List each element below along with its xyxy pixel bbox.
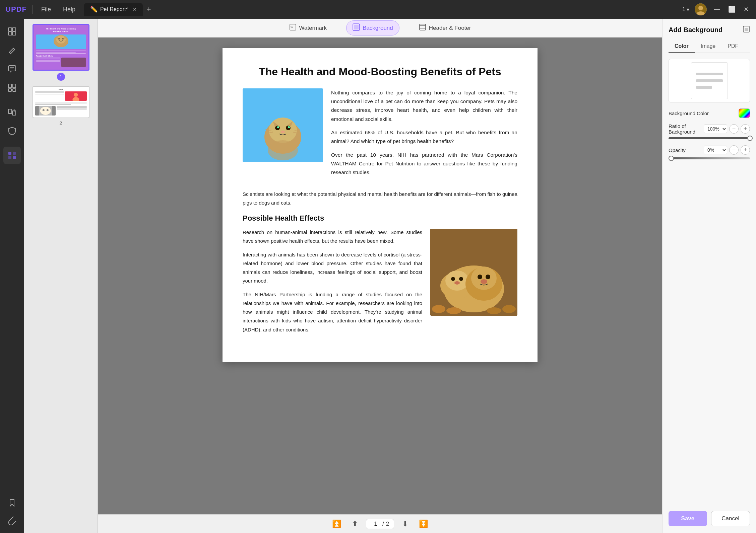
svg-rect-14	[8, 109, 12, 113]
background-label: Background	[363, 25, 393, 31]
section1-para-2: Interacting with animals has been shown …	[243, 250, 422, 286]
svg-point-72	[487, 307, 501, 314]
next-page-button[interactable]: ⬇	[399, 518, 411, 530]
watermark-button[interactable]: W Watermark	[283, 21, 333, 35]
ratio-row: Ratio of Background 100% 75% 50% 25% − +	[669, 123, 750, 139]
page-input-wrap: / 2	[366, 519, 394, 529]
health-effects-section: Possible Health Effects Research on huma…	[243, 214, 517, 339]
page-nav-badge[interactable]: 1 ▾	[682, 6, 689, 13]
close-button[interactable]: ✕	[742, 5, 751, 14]
header-footer-label: Header & Footer	[429, 25, 471, 31]
protect-icon	[7, 126, 17, 136]
page-number-input[interactable]	[371, 521, 380, 527]
svg-point-70	[432, 305, 445, 313]
background-color-row: Background Color	[669, 108, 750, 118]
sidebar-icon-comment[interactable]	[3, 60, 21, 78]
ratio-controls: 100% 75% 50% 25% − +	[704, 124, 750, 134]
view-icon	[7, 27, 17, 36]
watermark-icon: W	[289, 23, 297, 32]
svg-point-1	[698, 6, 703, 10]
opacity-header: Opacity 0% 25% 50% 75% 100% − +	[669, 145, 750, 155]
background-button[interactable]: Background	[346, 20, 399, 35]
ratio-increase-button[interactable]: +	[741, 124, 750, 134]
thumbnail-image-2: People	[33, 86, 89, 118]
svg-rect-4	[12, 28, 16, 31]
thumb-num-1: 1	[57, 73, 65, 81]
thumb-num-2: 2	[59, 120, 62, 126]
sidebar-icon-annotate[interactable]	[3, 42, 21, 59]
background-svg	[353, 23, 360, 31]
document-intro-text: Nothing compares to the joy of coming ho…	[331, 88, 517, 182]
cat-svg	[243, 88, 323, 162]
cancel-button[interactable]: Cancel	[711, 511, 750, 526]
maximize-button[interactable]: ⬜	[726, 5, 738, 14]
avatar-image	[695, 3, 707, 15]
window-controls: — ⬜ ✕	[712, 5, 751, 14]
document-title: The Health and Mood-Boosting Benefits of…	[243, 65, 517, 79]
tab-close-icon[interactable]: ✕	[133, 7, 137, 12]
sidebar-icon-tools[interactable]	[3, 147, 21, 164]
svg-point-61	[459, 277, 463, 281]
svg-point-69	[481, 279, 487, 284]
color-swatch[interactable]	[739, 108, 750, 118]
panel-options-icon[interactable]	[743, 25, 750, 34]
ratio-select[interactable]: 100% 75% 50% 25%	[704, 125, 727, 133]
opacity-select[interactable]: 0% 25% 50% 75% 100%	[704, 146, 727, 154]
bookmark-icon	[7, 498, 17, 508]
svg-point-22	[56, 35, 66, 44]
opacity-slider-thumb[interactable]	[669, 156, 674, 161]
opacity-increase-button[interactable]: +	[741, 145, 750, 155]
section1-para-3: The NIH/Mars Partnership is funding a ra…	[243, 290, 422, 334]
svg-rect-10	[8, 84, 11, 88]
sidebar-icon-protect[interactable]	[3, 122, 21, 140]
minimize-button[interactable]: —	[712, 5, 722, 14]
first-page-button[interactable]: ⏫	[329, 518, 344, 530]
svg-rect-38	[420, 24, 426, 30]
svg-point-71	[446, 307, 461, 314]
ratio-decrease-button[interactable]: −	[729, 124, 739, 134]
watermark-svg: W	[289, 23, 297, 31]
sidebar-icon-view[interactable]	[3, 23, 21, 40]
tab-image[interactable]: Image	[695, 41, 721, 53]
ratio-slider-thumb[interactable]	[747, 136, 753, 141]
svg-point-59	[445, 271, 469, 291]
opacity-decrease-button[interactable]: −	[729, 145, 739, 155]
color-preview-inner	[691, 62, 728, 99]
svg-point-62	[454, 281, 460, 285]
tab-color[interactable]: Color	[669, 41, 695, 53]
page-number: 1	[682, 6, 685, 12]
sidebar-icon-attach[interactable]	[3, 512, 21, 529]
opacity-row: Opacity 0% 25% 50% 75% 100% − +	[669, 145, 750, 159]
tab-pdf[interactable]: PDF	[721, 41, 744, 53]
intro-para-2: An estimated 68% of U.S. households have…	[331, 128, 517, 146]
titlebar-right: 1 ▾ — ⬜ ✕	[682, 3, 751, 15]
dog-cat-image	[430, 229, 517, 316]
ratio-slider-track[interactable]	[669, 137, 750, 139]
color-preview-area	[669, 59, 750, 102]
user-avatar[interactable]	[695, 3, 707, 15]
document-tab[interactable]: ✏️ Pet Report* ✕	[84, 3, 143, 16]
new-tab-button[interactable]: +	[144, 4, 154, 15]
intro-para-1: Nothing compares to the joy of coming ho…	[331, 88, 517, 124]
file-menu[interactable]: File	[38, 5, 54, 14]
save-button[interactable]: Save	[669, 511, 707, 526]
svg-point-46	[277, 126, 279, 128]
center-area: W Watermark Background Header & Footer T…	[98, 19, 662, 533]
svg-rect-7	[8, 66, 16, 71]
svg-text:W: W	[291, 26, 293, 29]
sidebar-icon-convert[interactable]	[3, 103, 21, 121]
sidebar-icon-bookmark[interactable]	[3, 494, 21, 512]
last-page-button[interactable]: ⏬	[416, 518, 431, 530]
prev-page-button[interactable]: ⬆	[349, 518, 361, 530]
svg-point-55	[268, 140, 298, 160]
svg-rect-5	[8, 32, 12, 35]
svg-rect-19	[13, 156, 16, 159]
header-footer-button[interactable]: Header & Footer	[413, 21, 477, 35]
opacity-slider-track[interactable]	[669, 157, 750, 159]
thumbnail-item-1[interactable]: The Health and Mood-BoostingBenefits of …	[33, 24, 89, 81]
sidebar-icon-organize[interactable]	[3, 79, 21, 96]
total-pages: 2	[386, 521, 389, 527]
thumbnail-item-2[interactable]: People	[33, 86, 89, 126]
help-menu[interactable]: Help	[60, 5, 79, 14]
titlebar: UPDF File Help ✏️ Pet Report* ✕ + 1 ▾ — …	[0, 0, 756, 19]
